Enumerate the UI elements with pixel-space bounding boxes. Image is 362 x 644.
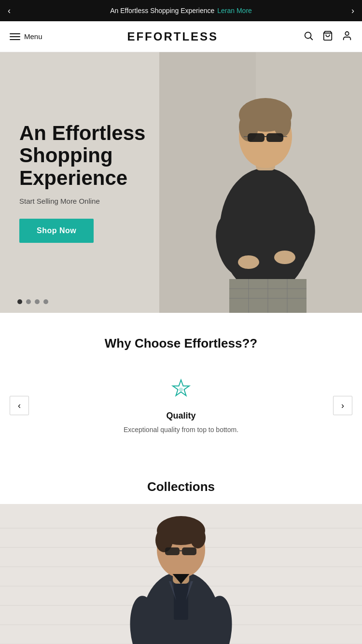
slide-dot-4[interactable] <box>43 299 48 304</box>
next-arrow-icon: › <box>351 6 354 15</box>
menu-button[interactable]: Menu <box>10 32 42 41</box>
svg-rect-44 <box>182 547 196 555</box>
why-title: Why Choose Effortless?? <box>10 336 352 351</box>
why-next-arrow-icon: › <box>341 401 344 411</box>
why-prev-arrow-icon: ‹ <box>18 401 21 411</box>
announcement-prev-button[interactable]: ‹ <box>0 2 18 20</box>
hero-section: An Effortless Shopping Experience Start … <box>0 52 362 313</box>
site-logo[interactable]: EFFORTLESS <box>127 30 218 43</box>
slide-dot-3[interactable] <box>35 299 40 304</box>
header: Menu EFFORTLESS <box>0 21 362 52</box>
collections-section: Collections <box>0 462 362 644</box>
why-section: Why Choose Effortless?? ‹ Quality Except… <box>0 313 362 462</box>
quality-star-icon <box>167 376 195 403</box>
announcement-link[interactable]: Leran More <box>217 7 252 14</box>
svg-rect-37 <box>174 581 188 620</box>
svg-point-0 <box>305 32 311 39</box>
user-icon[interactable] <box>342 30 352 42</box>
collection-image <box>0 504 362 644</box>
why-card: Quality Exceptional quality from top to … <box>39 366 323 445</box>
svg-line-1 <box>310 38 312 40</box>
bag-icon[interactable] <box>322 30 333 42</box>
hero-text: An Effortless Shopping Experience Start … <box>0 122 164 243</box>
why-prev-button[interactable]: ‹ <box>10 396 29 415</box>
search-icon[interactable] <box>303 30 314 42</box>
why-next-button[interactable]: › <box>333 396 352 415</box>
announcement-main-text: An Effortless Shopping Experience <box>110 7 214 14</box>
hero-subtitle: Start Selling More Online <box>19 197 164 205</box>
svg-rect-43 <box>165 547 180 555</box>
announcement-bar: ‹ An Effortless Shopping Experience Lera… <box>0 0 362 21</box>
why-card-title: Quality <box>166 411 195 421</box>
why-carousel: ‹ Quality Exceptional quality from top t… <box>10 366 352 445</box>
slide-dots <box>17 299 48 304</box>
header-icons <box>303 30 352 42</box>
slide-dot-1[interactable] <box>17 299 22 304</box>
collection-person-svg <box>0 504 362 644</box>
svg-point-27 <box>179 388 183 392</box>
hamburger-icon <box>10 33 20 40</box>
slide-dot-2[interactable] <box>26 299 31 304</box>
collections-title: Collections <box>0 479 362 494</box>
menu-label: Menu <box>24 32 42 41</box>
hero-content: An Effortless Shopping Experience Start … <box>0 52 362 313</box>
svg-point-3 <box>345 32 348 35</box>
prev-arrow-icon: ‹ <box>8 6 11 15</box>
svg-point-42 <box>190 527 206 548</box>
why-card-desc: Exceptional quality from top to bottom. <box>124 425 238 435</box>
announcement-next-button[interactable]: › <box>344 2 362 20</box>
shop-now-button[interactable]: Shop Now <box>19 219 94 243</box>
announcement-text: An Effortless Shopping Experience Leran … <box>110 7 252 14</box>
hero-title: An Effortless Shopping Experience <box>19 122 164 189</box>
